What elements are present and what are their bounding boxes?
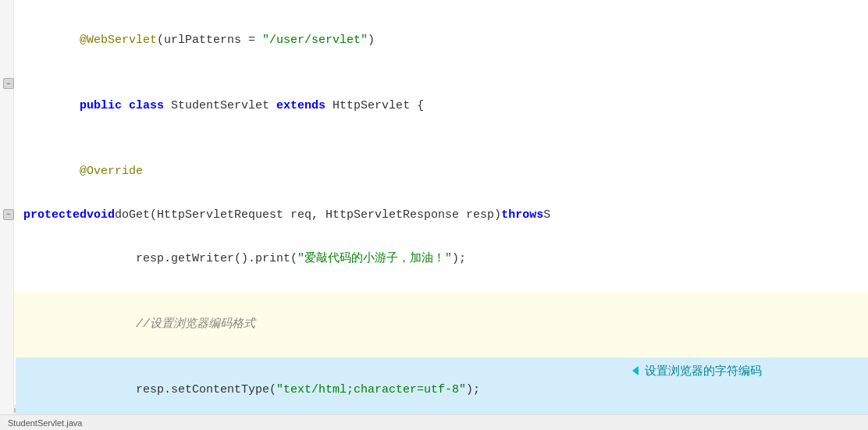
line-4-content: protected void doGet(HttpServletRequest … (16, 204, 781, 226)
line-2-content: public class StudentServlet extends Http… (16, 73, 868, 139)
bottom-bar: StudentServlet.java (0, 414, 868, 430)
string-url: "/user/servlet" (262, 34, 368, 47)
line-1: @WebServlet(urlPatterns = "/user/servlet… (0, 8, 868, 73)
annotation-text: 设置浏览器的字符编码 (645, 360, 762, 382)
line-1-content: @WebServlet(urlPatterns = "/user/servlet… (16, 8, 868, 73)
annotation-webservlet: @WebServlet (80, 34, 157, 47)
line-5: resp.getWriter().print("爱敲代码的小游子，加油！"); (0, 226, 868, 292)
line-2: − public class StudentServlet extends Ht… (0, 73, 868, 139)
line-4: − protected void doGet(HttpServletReques… (0, 204, 868, 226)
annotation-bubble: 设置浏览器的字符编码 (632, 360, 762, 382)
line-3: @Override (0, 139, 868, 204)
bottom-tab-label: StudentServlet.java (8, 418, 82, 428)
editor-area: @WebServlet(urlPatterns = "/user/servlet… (0, 0, 868, 414)
line-5-content: resp.getWriter().print("爱敲代码的小游子，加油！"); (16, 226, 868, 292)
line-6-content: //设置浏览器编码格式 (16, 292, 868, 357)
fold-icon-2[interactable]: − (3, 78, 14, 89)
fold-icon-4[interactable]: − (3, 209, 14, 220)
line-7: resp.setContentType("text/html;character… (0, 357, 868, 414)
line-6: //设置浏览器编码格式 (0, 292, 868, 357)
line-3-content: @Override (16, 139, 868, 204)
